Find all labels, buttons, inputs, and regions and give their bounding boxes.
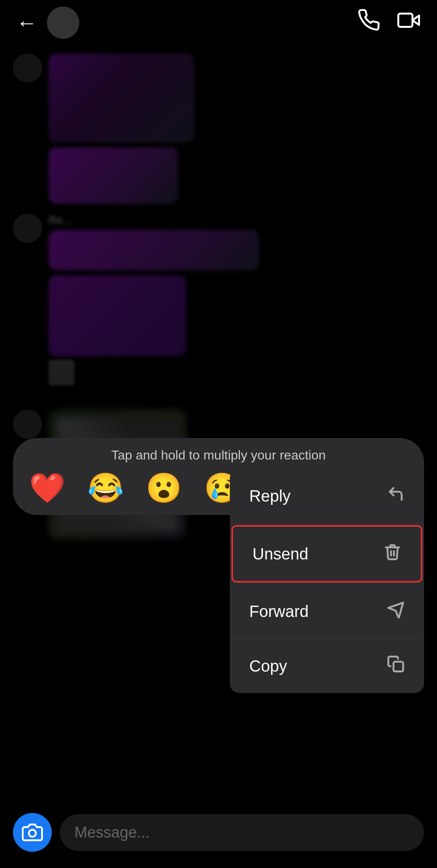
- copy-icon: [387, 655, 405, 677]
- context-menu-forward[interactable]: Forward: [230, 584, 424, 639]
- reaction-hint: Tap and hold to multiply your reaction: [29, 448, 408, 463]
- svg-marker-0: [412, 15, 419, 25]
- svg-marker-2: [388, 603, 403, 619]
- trash-icon: [384, 543, 401, 565]
- forward-label: Forward: [249, 602, 309, 621]
- reaction-wow[interactable]: 😮: [146, 471, 182, 505]
- reply-icon: [387, 485, 405, 507]
- header: ←: [0, 0, 437, 45]
- svg-rect-3: [394, 662, 403, 672]
- unsend-label: Unsend: [252, 545, 308, 563]
- back-button[interactable]: ←: [16, 11, 37, 35]
- reaction-heart[interactable]: ❤️: [29, 471, 66, 505]
- header-actions: [358, 9, 421, 36]
- phone-icon[interactable]: [358, 9, 380, 36]
- context-menu-copy[interactable]: Copy: [230, 639, 424, 693]
- reply-label: Reply: [249, 487, 291, 505]
- camera-button[interactable]: [13, 813, 52, 852]
- svg-point-4: [29, 830, 36, 837]
- context-menu-reply[interactable]: Reply: [230, 469, 424, 523]
- camera-icon: [22, 822, 43, 843]
- svg-rect-1: [398, 14, 412, 27]
- message-placeholder: Message...: [74, 824, 150, 841]
- message-input[interactable]: Message...: [60, 814, 424, 851]
- forward-icon: [387, 600, 405, 622]
- input-bar: Message...: [0, 805, 437, 868]
- video-call-icon[interactable]: [397, 9, 421, 36]
- reaction-laugh[interactable]: 😂: [87, 471, 124, 505]
- copy-label: Copy: [249, 657, 287, 675]
- context-menu: Reply Unsend Forw: [230, 469, 424, 693]
- contact-avatar: [47, 6, 79, 39]
- context-menu-unsend[interactable]: Unsend: [231, 525, 422, 583]
